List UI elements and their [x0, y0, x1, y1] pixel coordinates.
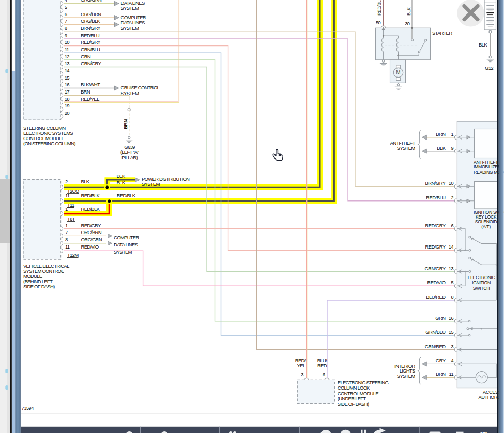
- svg-text:12: 12: [65, 54, 70, 59]
- svg-text:SIDE OF DASH): SIDE OF DASH): [23, 284, 55, 289]
- svg-text:RED: RED: [317, 363, 327, 368]
- svg-text:73594: 73594: [22, 406, 34, 411]
- svg-text:RED/GRY: RED/GRY: [425, 244, 445, 250]
- svg-text:17: 17: [65, 89, 70, 95]
- svg-text:COLUMN LOCK: COLUMN LOCK: [338, 385, 370, 391]
- svg-text:YEL: YEL: [297, 363, 306, 368]
- svg-text:T12M: T12M: [67, 252, 79, 258]
- svg-text:IGNITION: IGNITION: [472, 280, 491, 285]
- svg-text:15: 15: [449, 330, 454, 335]
- svg-text:5: 5: [451, 280, 454, 285]
- svg-text:19: 19: [65, 103, 70, 109]
- svg-text:BRN: BRN: [436, 372, 445, 377]
- svg-text:18: 18: [65, 96, 70, 102]
- svg-text:30: 30: [405, 21, 409, 26]
- svg-text:13: 13: [65, 60, 70, 66]
- svg-text:RED/YEL: RED/YEL: [81, 96, 100, 102]
- svg-text:2: 2: [65, 179, 68, 184]
- svg-text:ORG/BRN: ORG/BRN: [81, 229, 102, 235]
- svg-text:DATA LINES: DATA LINES: [114, 242, 138, 248]
- svg-text:11: 11: [65, 244, 70, 250]
- svg-text:8: 8: [65, 25, 67, 31]
- svg-text:RED/BLU: RED/BLU: [426, 195, 445, 200]
- svg-text:RED/BLK: RED/BLK: [81, 206, 100, 212]
- svg-text:8: 8: [65, 237, 68, 242]
- svg-text:3: 3: [301, 372, 303, 377]
- svg-text:2: 2: [451, 195, 454, 200]
- svg-text:BLK/WHT: BLK/WHT: [81, 82, 100, 87]
- svg-text:8: 8: [451, 295, 454, 300]
- svg-text:GRN/BLU: GRN/BLU: [81, 47, 100, 52]
- svg-text:SYSTEM: SYSTEM: [121, 5, 139, 11]
- svg-text:9: 9: [451, 146, 454, 151]
- svg-text:ORG/BLK: ORG/BLK: [81, 18, 100, 24]
- svg-text:RED/BLU: RED/BLU: [81, 33, 100, 38]
- svg-text:16: 16: [449, 316, 454, 321]
- svg-text:RED/VIO: RED/VIO: [81, 244, 99, 250]
- svg-text:RED/GRY: RED/GRY: [425, 223, 445, 228]
- svg-text:ELECTRONIC STEERING: ELECTRONIC STEERING: [338, 380, 389, 385]
- svg-text:ORG/GRN: ORG/GRN: [81, 0, 102, 3]
- svg-text:7: 7: [65, 229, 68, 235]
- svg-text:SYSTEM: SYSTEM: [397, 373, 415, 379]
- svg-text:STARTER: STARTER: [432, 30, 452, 36]
- svg-text:RED/VIO: RED/VIO: [427, 280, 445, 285]
- svg-text:GRN/GRY: GRN/GRY: [81, 60, 101, 66]
- svg-text:SYSTEM: SYSTEM: [114, 249, 132, 255]
- svg-text:15: 15: [65, 75, 70, 81]
- svg-text:16: 16: [65, 82, 70, 87]
- svg-text:RED/GRY: RED/GRY: [81, 39, 101, 45]
- svg-text:14: 14: [449, 244, 454, 250]
- svg-text:11: 11: [449, 372, 454, 377]
- svg-text:RED/GRY: RED/GRY: [81, 223, 101, 228]
- svg-text:7: 7: [65, 18, 67, 24]
- svg-text:20: 20: [65, 110, 70, 116]
- svg-text:T2CQ: T2CQ: [67, 188, 79, 194]
- svg-text:RED/BLK: RED/BLK: [117, 193, 136, 198]
- svg-text:GRN/RED: GRN/RED: [425, 344, 446, 349]
- svg-text:10: 10: [65, 39, 70, 45]
- svg-text:BLU/RED: BLU/RED: [426, 295, 446, 300]
- svg-text:GRN: GRN: [81, 54, 91, 59]
- svg-text:1: 1: [451, 132, 454, 137]
- svg-text:COMPUTER: COMPUTER: [114, 235, 139, 240]
- svg-text:4: 4: [451, 358, 454, 363]
- svg-text:11: 11: [65, 47, 69, 52]
- svg-text:M: M: [396, 70, 400, 75]
- svg-text:BLK: BLK: [437, 146, 446, 151]
- svg-text:GRN/BLU: GRN/BLU: [425, 330, 445, 335]
- svg-text:RED/BLK: RED/BLK: [377, 0, 382, 16]
- svg-text:BRN: BRN: [436, 132, 445, 137]
- svg-text:T11: T11: [67, 202, 74, 208]
- svg-text:PILLAR): PILLAR): [121, 154, 138, 160]
- svg-text:ELECTRONIC: ELECTRONIC: [468, 275, 496, 280]
- svg-text:BRN/GRY: BRN/GRY: [425, 181, 445, 186]
- svg-text:13: 13: [449, 266, 454, 271]
- svg-text:9: 9: [65, 33, 67, 38]
- svg-text:6: 6: [323, 372, 325, 377]
- svg-text:CONTROL MODULE: CONTROL MODULE: [338, 391, 378, 396]
- svg-text:T8T: T8T: [67, 216, 75, 222]
- svg-text:3: 3: [451, 344, 454, 349]
- svg-text:BRN: BRN: [81, 89, 90, 95]
- svg-text:50: 50: [376, 20, 380, 25]
- svg-text:BRN: BRN: [123, 119, 128, 129]
- svg-text:SIDE OF DASH): SIDE OF DASH): [338, 401, 369, 407]
- svg-text:BLK: BLK: [117, 173, 126, 179]
- svg-text:GRN/GRY: GRN/GRY: [424, 266, 445, 271]
- svg-text:(ON STEERING COLUMN): (ON STEERING COLUMN): [23, 141, 75, 146]
- svg-text:6: 6: [65, 11, 67, 17]
- svg-text:1: 1: [65, 223, 68, 228]
- svg-text:SYSTEM: SYSTEM: [142, 181, 160, 187]
- svg-text:5: 5: [65, 4, 67, 10]
- svg-text:BLK: BLK: [117, 180, 126, 185]
- svg-text:(UNDER LEFT: (UNDER LEFT: [338, 396, 366, 401]
- svg-text:ORG/BRN: ORG/BRN: [81, 11, 101, 17]
- svg-text:SYSTEM: SYSTEM: [397, 145, 415, 151]
- svg-text:G12: G12: [485, 65, 493, 71]
- svg-text:10: 10: [449, 181, 454, 186]
- svg-text:BLK: BLK: [479, 42, 487, 48]
- svg-text:6: 6: [451, 223, 454, 228]
- svg-text:(A/T): (A/T): [481, 224, 491, 229]
- svg-text:SYSTEM: SYSTEM: [121, 25, 139, 31]
